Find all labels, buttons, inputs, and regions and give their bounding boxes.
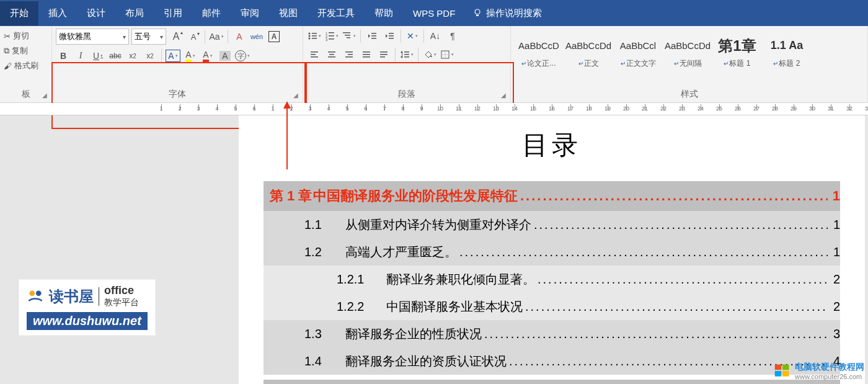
tab-insert[interactable]: 插入 bbox=[38, 1, 77, 25]
style-item-1[interactable]: AaBbCcDd↵正文 bbox=[564, 29, 613, 73]
svg-rect-25 bbox=[328, 51, 335, 53]
ruler[interactable]: 6543211234567891011121314151617181920212… bbox=[0, 103, 868, 115]
styles-gallery[interactable]: AaBbCcD↵论文正...AaBbCcDd↵正文AaBbCcl↵正文文字AaB… bbox=[515, 29, 864, 73]
svg-rect-34 bbox=[380, 51, 388, 53]
borders-button[interactable] bbox=[440, 47, 454, 62]
line-spacing-button[interactable] bbox=[399, 47, 414, 62]
font-size-select[interactable]: 五号▾ bbox=[131, 29, 166, 45]
copy-button[interactable]: ⧉ 复制 bbox=[4, 43, 48, 58]
brush-icon: 🖌 bbox=[4, 61, 12, 71]
align-left-button[interactable] bbox=[307, 47, 322, 62]
justify-button[interactable] bbox=[359, 47, 374, 62]
style-item-3[interactable]: AaBbCcDd↵无间隔 bbox=[663, 29, 712, 73]
svg-rect-2 bbox=[312, 33, 317, 34]
dushuwu-logo-icon bbox=[27, 288, 44, 305]
align-right-button[interactable] bbox=[342, 47, 356, 62]
toc-entry[interactable]: 1.2.2中国翻译服务业基本状况........................… bbox=[264, 293, 840, 320]
tab-view[interactable]: 视图 bbox=[269, 1, 308, 25]
format-painter-button[interactable]: 🖌 格式刷 bbox=[4, 58, 48, 73]
bullets-button[interactable] bbox=[307, 29, 322, 43]
toc-entry[interactable]: 第 2 章翻译服务企业的区域分布........................… bbox=[264, 380, 840, 384]
toc-entry[interactable]: 1.1从侧重对内译介转为侧重对外译介......................… bbox=[264, 211, 840, 238]
tab-developer[interactable]: 开发工具 bbox=[308, 1, 365, 25]
phonetic-guide-button[interactable]: wén bbox=[249, 29, 264, 44]
tab-references[interactable]: 引用 bbox=[154, 1, 192, 25]
svg-rect-16 bbox=[371, 33, 376, 34]
underline-button[interactable]: U bbox=[91, 48, 105, 63]
tab-help[interactable]: 帮助 bbox=[365, 1, 403, 25]
svg-rect-28 bbox=[345, 51, 353, 53]
char-shading-button[interactable]: A bbox=[218, 48, 232, 63]
toc-entry[interactable]: 1.2高端人才严重匮乏。............................… bbox=[264, 238, 840, 266]
svg-rect-27 bbox=[328, 56, 335, 58]
clipboard-dialog-launcher[interactable]: ◢ bbox=[42, 92, 50, 99]
svg-rect-23 bbox=[311, 54, 316, 55]
copy-icon: ⧉ bbox=[4, 46, 9, 56]
svg-rect-8 bbox=[329, 32, 334, 33]
text-effects-button[interactable]: A bbox=[166, 50, 180, 62]
subscript-button[interactable]: x2 bbox=[125, 48, 140, 63]
show-marks-button[interactable]: ¶ bbox=[445, 29, 460, 43]
tab-wpspdf[interactable]: WPS PDF bbox=[403, 2, 465, 25]
outdent-icon bbox=[367, 31, 377, 41]
strikethrough-button[interactable]: abc bbox=[108, 48, 123, 63]
svg-rect-10 bbox=[329, 35, 334, 37]
clear-formatting-button[interactable]: A bbox=[232, 29, 247, 44]
toc-entry[interactable]: 1.3翻译服务企业的性质状况..........................… bbox=[264, 320, 840, 347]
tab-design[interactable]: 设计 bbox=[77, 1, 115, 25]
font-group-title: 字体 bbox=[56, 86, 299, 102]
svg-rect-38 bbox=[404, 51, 409, 53]
ribbon: ✂ 剪切 ⧉ 复制 🖌 格式刷 板 ◢ 微软雅黑▾ 五号▾ A A Aa bbox=[0, 26, 868, 103]
asian-layout-button[interactable]: ✕ bbox=[405, 29, 420, 43]
tab-home[interactable]: 开始 bbox=[0, 1, 38, 25]
shading-button[interactable] bbox=[422, 47, 437, 62]
numbering-button[interactable]: 123 bbox=[324, 29, 339, 43]
increase-indent-button[interactable] bbox=[382, 29, 397, 43]
document-area[interactable]: 目录 第 1 章中国翻译服务业的阶段性发展特征.................… bbox=[0, 115, 868, 384]
toc-entry[interactable]: 第 1 章中国翻译服务业的阶段性发展特征....................… bbox=[264, 181, 840, 211]
decrease-indent-button[interactable] bbox=[365, 29, 379, 43]
svg-rect-33 bbox=[363, 56, 370, 58]
bold-button[interactable]: B bbox=[56, 48, 71, 63]
superscript-button[interactable]: x2 bbox=[143, 48, 157, 63]
svg-rect-4 bbox=[312, 35, 317, 37]
svg-rect-26 bbox=[329, 54, 334, 55]
watermark-computer26: 电脑软硬件教程网 www.computer26.com bbox=[774, 362, 864, 380]
align-right-icon bbox=[344, 50, 354, 60]
tab-mailings[interactable]: 邮件 bbox=[192, 1, 231, 25]
distribute-button[interactable] bbox=[376, 47, 391, 62]
paragraph-dialog-launcher[interactable]: ◢ bbox=[501, 92, 508, 99]
change-case-button[interactable]: Aa bbox=[209, 29, 224, 44]
tab-review[interactable]: 审阅 bbox=[231, 1, 269, 25]
tell-me-search[interactable]: 操作说明搜索 bbox=[465, 7, 549, 19]
wm2-text: 电脑软硬件教程网 bbox=[795, 362, 864, 373]
doc-title: 目录 bbox=[264, 128, 840, 163]
style-item-5[interactable]: 1.1 Aa↵标题 2 bbox=[763, 29, 811, 73]
svg-text:3: 3 bbox=[326, 38, 328, 41]
highlight-button[interactable]: A bbox=[183, 48, 198, 63]
char-border-button[interactable]: A bbox=[267, 29, 281, 44]
svg-rect-37 bbox=[402, 52, 402, 57]
svg-point-5 bbox=[309, 38, 311, 40]
svg-rect-40 bbox=[404, 56, 409, 58]
multilevel-list-button[interactable] bbox=[342, 29, 356, 43]
increase-font-button[interactable]: A bbox=[169, 29, 184, 44]
tab-layout[interactable]: 布局 bbox=[115, 1, 154, 25]
font-dialog-launcher[interactable]: ◢ bbox=[293, 92, 301, 99]
tell-me-label: 操作说明搜索 bbox=[486, 7, 542, 19]
decrease-font-button[interactable]: A bbox=[186, 29, 201, 44]
svg-rect-19 bbox=[389, 33, 394, 34]
cut-button[interactable]: ✂ 剪切 bbox=[4, 29, 48, 43]
sort-button[interactable]: A↓ bbox=[428, 29, 443, 43]
toc-entry[interactable]: 1.4翻译服务企业的资质认证状况........................… bbox=[264, 347, 840, 375]
font-name-select[interactable]: 微软雅黑▾ bbox=[56, 29, 129, 45]
font-color-button[interactable]: A bbox=[200, 48, 215, 63]
toc-entry[interactable]: 1.2.1翻译业务兼职化倾向显著。.......................… bbox=[264, 266, 840, 293]
style-item-0[interactable]: AaBbCcD↵论文正... bbox=[515, 29, 563, 73]
enclose-char-button[interactable]: 字 bbox=[235, 48, 250, 63]
style-item-4[interactable]: 第1章↵标题 1 bbox=[713, 29, 761, 73]
style-item-2[interactable]: AaBbCcl↵正文文字 bbox=[614, 29, 662, 73]
lightbulb-icon bbox=[472, 8, 482, 18]
align-center-button[interactable] bbox=[324, 47, 339, 62]
italic-button[interactable]: I bbox=[73, 48, 88, 63]
